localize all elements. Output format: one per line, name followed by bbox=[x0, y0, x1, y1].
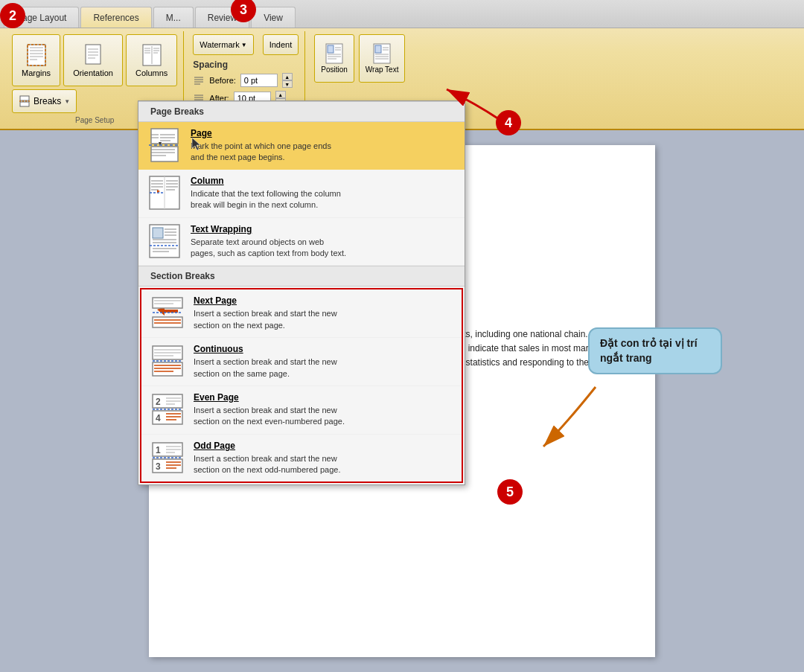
step-2-marker: 2 bbox=[0, 3, 25, 28]
section-breaks-box: Next Page Insert a section break and sta… bbox=[140, 288, 463, 483]
svg-rect-20 bbox=[20, 96, 29, 100]
watermark-label: Watermark bbox=[200, 40, 239, 49]
svg-rect-92 bbox=[153, 362, 182, 376]
section-breaks-header: Section Breaks bbox=[138, 266, 465, 287]
after-spinner-up[interactable]: ▲ bbox=[275, 91, 286, 98]
column-item-desc: Indicate that the text following the col… bbox=[191, 188, 341, 211]
dropdown-item-text-wrapping[interactable]: Text Wrapping Separate text around objec… bbox=[138, 218, 465, 266]
next-page-icon bbox=[150, 295, 185, 330]
watermark-button[interactable]: Watermark ▼ bbox=[193, 34, 253, 55]
dropdown-item-odd-page[interactable]: 1 3 Odd Page Insert a section break and … bbox=[141, 435, 462, 482]
svg-text:4: 4 bbox=[156, 413, 161, 423]
odd-page-item-text: Odd Page Insert a section break and star… bbox=[194, 441, 341, 476]
position-button[interactable]: Position bbox=[314, 34, 354, 83]
wrap-text-label: Wrap Text bbox=[366, 65, 399, 74]
watermark-dropdown-arrow: ▼ bbox=[241, 42, 247, 48]
margins-button[interactable]: Margins bbox=[12, 34, 60, 86]
continuous-item-text: Continuous Insert a section break and st… bbox=[194, 344, 337, 380]
svg-rect-53 bbox=[151, 147, 178, 161]
next-page-item-title: Next Page bbox=[194, 295, 337, 306]
spacing-before-row: Before: ▲ ▼ bbox=[193, 73, 299, 88]
svg-rect-7 bbox=[86, 45, 100, 64]
text-wrapping-icon bbox=[147, 224, 182, 258]
breaks-dropdown-arrow: ▼ bbox=[64, 98, 70, 105]
step-5-marker: 5 bbox=[497, 479, 523, 505]
page-break-icon bbox=[147, 128, 182, 162]
columns-label: Columns bbox=[135, 68, 168, 77]
page-item-title: Page bbox=[191, 128, 331, 138]
text-wrapping-item-title: Text Wrapping bbox=[191, 224, 346, 234]
even-page-item-title: Even Page bbox=[194, 392, 345, 403]
tab-bar: Page Layout References M... Review View bbox=[0, 0, 804, 28]
continuous-item-title: Continuous bbox=[194, 344, 337, 354]
svg-text:1: 1 bbox=[156, 445, 161, 455]
breaks-label: Breaks bbox=[34, 96, 61, 106]
spacing-group: Spacing Before: ▲ ▼ bbox=[193, 60, 299, 106]
svg-text:3: 3 bbox=[156, 461, 161, 472]
spacing-label: Spacing bbox=[193, 60, 299, 70]
page-item-text: Page Mark the point at which one page en… bbox=[191, 128, 331, 164]
tooltip-text: Đặt con trỏ tại vị trí ngắt trang bbox=[600, 337, 698, 364]
svg-rect-22 bbox=[20, 102, 29, 106]
breaks-dropdown-menu: Page Breaks Page Mark the bbox=[138, 100, 465, 485]
even-page-item-text: Even Page Insert a section break and sta… bbox=[194, 392, 345, 428]
svg-rect-80 bbox=[153, 317, 182, 327]
dropdown-item-next-page[interactable]: Next Page Insert a section break and sta… bbox=[141, 289, 462, 338]
tab-view[interactable]: View bbox=[251, 7, 296, 28]
odd-page-icon: 1 3 bbox=[150, 441, 185, 475]
even-page-icon: 2 4 bbox=[150, 392, 185, 426]
page-setup-buttons: Margins Orientation bbox=[12, 34, 177, 86]
svg-rect-84 bbox=[153, 298, 182, 308]
indent-button[interactable]: Indent bbox=[263, 34, 299, 55]
before-spinner-up[interactable]: ▲ bbox=[282, 73, 293, 80]
before-spinner-down[interactable]: ▼ bbox=[282, 80, 293, 88]
svg-rect-39 bbox=[375, 45, 381, 53]
column-item-text: Column Indicate that the text following … bbox=[191, 176, 341, 211]
before-spinner[interactable]: ▲ ▼ bbox=[282, 73, 293, 88]
indent-label: Indent bbox=[269, 40, 293, 49]
tab-references[interactable]: References bbox=[80, 7, 151, 28]
text-wrapping-item-desc: Separate text around objects on webpages… bbox=[191, 237, 346, 260]
dropdown-item-continuous[interactable]: Continuous Insert a section break and st… bbox=[141, 338, 462, 386]
position-label: Position bbox=[321, 65, 348, 74]
page-item-desc: Mark the point at which one page endsand… bbox=[191, 141, 331, 164]
svg-text:2: 2 bbox=[156, 397, 161, 407]
odd-page-item-desc: Insert a section break and start the new… bbox=[194, 453, 341, 476]
odd-page-item-title: Odd Page bbox=[194, 441, 341, 451]
before-label: Before: bbox=[209, 76, 235, 85]
margins-label: Margins bbox=[22, 68, 51, 77]
tooltip-bubble: Đặt con trỏ tại vị trí ngắt trang bbox=[588, 327, 722, 374]
columns-button[interactable]: Columns bbox=[126, 34, 177, 86]
even-page-item-desc: Insert a section break and start the new… bbox=[194, 405, 345, 428]
wrap-text-button[interactable]: Wrap Text bbox=[359, 34, 406, 83]
svg-rect-32 bbox=[328, 45, 334, 53]
orientation-label: Orientation bbox=[73, 68, 113, 77]
page-breaks-header: Page Breaks bbox=[138, 101, 465, 122]
tab-more[interactable]: M... bbox=[153, 7, 194, 28]
text-wrapping-item-text: Text Wrapping Separate text around objec… bbox=[191, 224, 346, 260]
column-break-icon bbox=[147, 176, 182, 210]
step-4-marker: 4 bbox=[496, 110, 521, 135]
breaks-button[interactable]: Breaks ▼ bbox=[12, 89, 77, 113]
next-page-item-desc: Insert a section break and start the new… bbox=[194, 308, 337, 331]
continuous-icon bbox=[150, 344, 185, 378]
orientation-button[interactable]: Orientation bbox=[63, 34, 123, 86]
dropdown-item-even-page[interactable]: 2 4 Even Page Insert a section break and… bbox=[141, 386, 462, 435]
svg-rect-45 bbox=[151, 129, 178, 144]
dropdown-item-page[interactable]: Page Mark the point at which one page en… bbox=[138, 122, 465, 170]
column-item-title: Column bbox=[191, 176, 341, 186]
next-page-item-text: Next Page Insert a section break and sta… bbox=[194, 295, 337, 331]
svg-rect-70 bbox=[153, 228, 163, 238]
continuous-item-desc: Insert a section break and start the new… bbox=[194, 356, 337, 380]
dropdown-item-column[interactable]: Column Indicate that the text following … bbox=[138, 170, 465, 218]
before-value-input[interactable] bbox=[240, 74, 278, 87]
